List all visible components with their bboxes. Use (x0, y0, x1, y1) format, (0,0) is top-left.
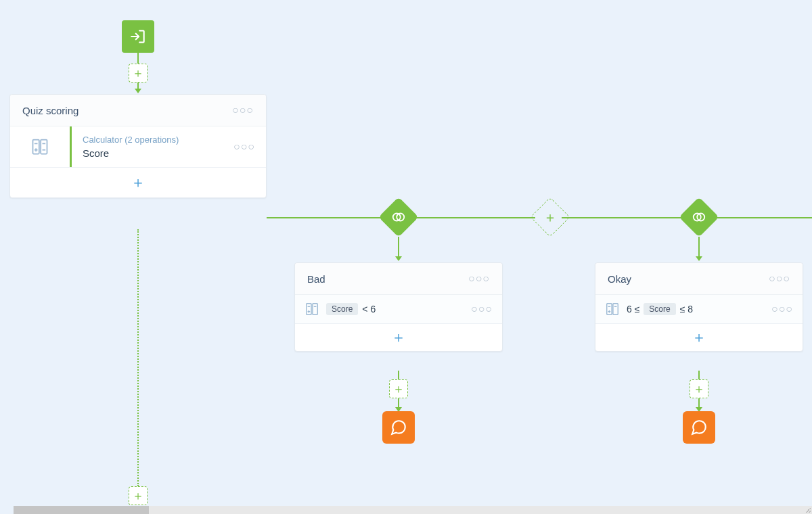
card-title: Bad (307, 273, 325, 285)
okay-card[interactable]: Okay ○○○ 6 ≤ Score ≤ 8 ○○○ ＋ (595, 262, 803, 352)
add-condition[interactable]: ＋ (595, 324, 803, 351)
connector (698, 371, 700, 379)
svg-rect-2 (41, 140, 47, 154)
condition-post: ≤ 8 (680, 304, 693, 314)
connector (398, 371, 399, 379)
svg-rect-1 (33, 140, 39, 154)
horizontal-scrollbar[interactable] (14, 506, 812, 514)
row-more-menu[interactable]: ○○○ (233, 141, 255, 153)
start-node[interactable] (122, 20, 154, 53)
connector-dashed (137, 229, 139, 486)
svg-rect-18 (607, 304, 612, 315)
more-menu[interactable]: ○○○ (468, 273, 490, 285)
svg-rect-12 (307, 304, 311, 315)
row-more-menu[interactable]: ○○○ (471, 303, 493, 315)
connector (398, 398, 399, 408)
arrow-down-icon (696, 256, 702, 261)
add-condition[interactable]: ＋ (295, 324, 502, 351)
connector (398, 237, 399, 257)
card-header: Quiz scoring ○○○ (10, 95, 266, 126)
condition-pre: 6 ≤ (627, 304, 639, 314)
svg-rect-19 (613, 304, 618, 315)
filter-icon (391, 210, 406, 225)
connector (267, 217, 383, 218)
card-title: Quiz scoring (22, 105, 78, 116)
enter-icon (129, 28, 147, 45)
message-node[interactable] (382, 411, 415, 444)
add-step-slot[interactable]: ＋ (129, 64, 148, 83)
bad-card[interactable]: Bad ○○○ Score < 6 ○○○ ＋ (294, 262, 503, 352)
row-more-menu[interactable]: ○○○ (771, 303, 793, 315)
add-step-slot[interactable]: ＋ (389, 379, 408, 398)
decision-node[interactable] (679, 197, 719, 237)
condition-row[interactable]: Score < 6 ○○○ (295, 295, 502, 324)
scrollbar-thumb[interactable] (14, 506, 149, 514)
calc-subtitle: Calculator (2 operations) (83, 135, 179, 145)
card-header: Bad ○○○ (295, 263, 502, 295)
more-menu[interactable]: ○○○ (769, 273, 790, 285)
variable-tag: Score (644, 303, 675, 315)
quiz-scoring-card[interactable]: Quiz scoring ○○○ (9, 94, 267, 198)
connector (698, 237, 700, 257)
connector (413, 217, 535, 218)
calculator-row[interactable]: Calculator (2 operations) Score ○○○ (10, 126, 266, 168)
calculator-icon (605, 302, 620, 317)
add-operation[interactable]: ＋ (10, 168, 266, 197)
filter-icon (692, 210, 706, 225)
add-step-slot[interactable]: ＋ (129, 486, 148, 505)
decision-node[interactable] (378, 197, 418, 237)
card-title: Okay (608, 273, 631, 285)
more-menu[interactable]: ○○○ (232, 104, 254, 116)
chat-icon (690, 419, 708, 436)
add-branch-node[interactable]: ＋ (530, 197, 570, 237)
flow-canvas[interactable]: ＋ Quiz scoring ○○○ (0, 0, 812, 514)
condition-operator: < 6 (362, 304, 376, 314)
variable-tag: Score (326, 303, 358, 315)
calculator-icon (30, 137, 49, 156)
calculator-icon (304, 302, 319, 317)
add-step-slot[interactable]: ＋ (690, 379, 708, 398)
chat-icon (390, 419, 407, 436)
resize-grip[interactable] (804, 506, 811, 513)
svg-rect-13 (313, 304, 317, 315)
card-header: Okay ○○○ (595, 263, 803, 295)
connector (562, 217, 683, 218)
arrow-down-icon (135, 89, 141, 93)
connector (714, 217, 812, 218)
connector (137, 53, 139, 64)
connector (698, 398, 700, 408)
message-node[interactable] (683, 411, 715, 444)
calc-variable: Score (83, 147, 179, 159)
condition-row[interactable]: 6 ≤ Score ≤ 8 ○○○ (595, 295, 803, 324)
arrow-down-icon (395, 256, 402, 261)
